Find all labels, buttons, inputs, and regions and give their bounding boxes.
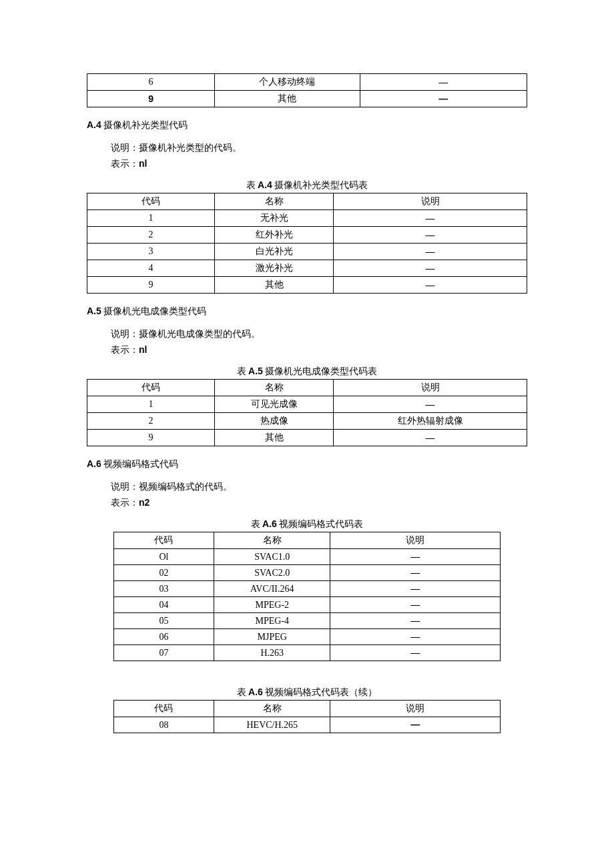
- table-row: 1无补光—: [87, 210, 527, 227]
- table-a6: 代码 名称 说明 OlSVAC1.0— 02SVAC2.0— 03AVC/II.…: [113, 532, 501, 661]
- header-desc: 说明: [330, 701, 501, 717]
- table-row: 6 个人移动终端 —: [87, 74, 527, 91]
- table-row: 2红外补光—: [87, 227, 527, 244]
- table-a6-cont: 代码 名称 说明 08HEVC/H.265—: [113, 700, 501, 733]
- table-a4: 代码 名称 说明 1无补光— 2红外补光— 3白光补光— 4激光补光— 9其他—: [87, 193, 527, 294]
- table-caption-a4: 表 A.4 摄像机补光类型代码表: [87, 179, 527, 191]
- table-row: 9其他—: [87, 430, 527, 446]
- section-description: 说明：摄像机补光类型的代码。: [111, 142, 527, 154]
- table-header-row: 代码 名称 说明: [113, 701, 501, 717]
- table-caption-a5: 表 A.5 摄像机光电成像类型代码表: [87, 366, 527, 378]
- header-code: 代码: [113, 701, 214, 717]
- partial-table-top: 6 个人移动终端 — 9 其他 —: [87, 73, 527, 107]
- table-row: 03AVC/II.264—: [113, 581, 501, 597]
- table-row: 02SVAC2.0—: [113, 565, 501, 581]
- table-header-row: 代码 名称 说明: [87, 380, 527, 396]
- header-name: 名称: [214, 701, 330, 717]
- table-row: 3白光补光—: [87, 244, 527, 260]
- section-heading-a4: A.4 摄像机补光类型代码: [87, 119, 527, 131]
- table-row: OlSVAC1.0—: [113, 549, 501, 565]
- section-description: 说明：摄像机光电成像类型的代码。: [111, 328, 527, 340]
- header-name: 名称: [215, 380, 334, 396]
- section-description: 说明：视频编码格式的代码。: [111, 481, 527, 493]
- table-row: 06MJPEG—: [113, 629, 501, 645]
- table-a5: 代码 名称 说明 1可见光成像— 2热成像红外热辐射成像 9其他—: [87, 379, 527, 446]
- header-code: 代码: [87, 380, 215, 396]
- cell-code: 6: [87, 74, 215, 91]
- cell-name: 其他: [215, 91, 360, 107]
- table-caption-a6-cont: 表 A.6 视频编码格式代码表（续）: [87, 687, 527, 699]
- table-row: 4激光补光—: [87, 260, 527, 277]
- header-name: 名称: [215, 193, 334, 210]
- table-row: 07H.263—: [113, 645, 501, 661]
- cell-desc: —: [360, 74, 527, 91]
- table-row: 08HEVC/H.265—: [113, 717, 501, 733]
- table-caption-a6: 表 A.6 视频编码格式代码表: [87, 518, 527, 530]
- table-row: 9 其他 —: [87, 91, 527, 107]
- cell-name: 个人移动终端: [215, 74, 360, 91]
- section-representation: 表示：nl: [111, 344, 527, 356]
- header-desc: 说明: [330, 532, 501, 549]
- section-representation: 表示：n2: [111, 497, 527, 509]
- cell-code: 9: [87, 91, 215, 107]
- table-row: 2热成像红外热辐射成像: [87, 413, 527, 430]
- table-row: 9其他—: [87, 277, 527, 294]
- header-code: 代码: [113, 532, 214, 549]
- header-desc: 说明: [334, 193, 527, 210]
- table-row: 1可见光成像—: [87, 396, 527, 413]
- table-header-row: 代码 名称 说明: [113, 532, 501, 549]
- header-code: 代码: [87, 193, 215, 210]
- section-heading-a5: A.5 摄像机光电成像类型代码: [87, 306, 527, 318]
- section-representation: 表示：nl: [111, 158, 527, 170]
- table-header-row: 代码 名称 说明: [87, 193, 527, 210]
- table-row: 04MPEG-2—: [113, 597, 501, 613]
- cell-desc: —: [360, 91, 527, 107]
- table-row: 05MPEG-4—: [113, 613, 501, 629]
- header-desc: 说明: [334, 380, 527, 396]
- header-name: 名称: [214, 532, 330, 549]
- section-heading-a6: A.6 视频编码格式代码: [87, 458, 527, 470]
